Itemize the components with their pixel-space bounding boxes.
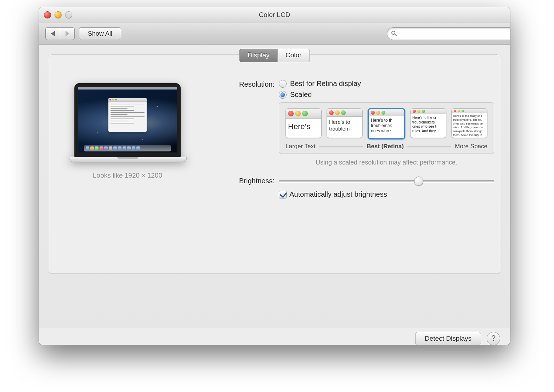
performance-note: Using a scaled resolution may affect per… bbox=[279, 159, 494, 166]
detect-displays-button[interactable]: Detect Displays bbox=[415, 332, 481, 345]
show-all-button[interactable]: Show All bbox=[79, 27, 121, 40]
display-preview: Looks like 1920 × 1200 bbox=[62, 76, 193, 201]
laptop-preview-image bbox=[69, 83, 186, 162]
slider-knob-icon bbox=[414, 177, 423, 186]
scale-labels: Larger Text Best (Retina) More Space bbox=[286, 143, 487, 150]
minimize-button[interactable] bbox=[55, 11, 62, 18]
tab-color[interactable]: Color bbox=[278, 49, 310, 62]
resolution-radio-scaled[interactable]: Scaled bbox=[279, 91, 494, 99]
scale-option-text: Here's to th troublemak ones who s bbox=[369, 116, 404, 136]
scale-option-2[interactable]: Here's to troublem bbox=[327, 108, 363, 138]
resolution-label: Resolution: bbox=[214, 80, 279, 88]
checkbox-label: Automatically adjust brightness bbox=[289, 190, 387, 198]
scale-label-mid: Best (Retina) bbox=[367, 143, 404, 150]
preview-caption: Looks like 1920 × 1200 bbox=[93, 172, 162, 179]
slider-track bbox=[279, 180, 494, 182]
svg-line-1 bbox=[395, 34, 396, 36]
close-button[interactable] bbox=[44, 11, 51, 18]
zoom-button[interactable] bbox=[65, 11, 72, 18]
scale-option-text: Here's to troublem bbox=[327, 117, 362, 134]
resolution-radio-best[interactable]: Best for Retina display bbox=[279, 80, 494, 88]
radio-indicator-icon bbox=[279, 80, 287, 88]
search-input[interactable] bbox=[387, 27, 510, 40]
forward-button[interactable] bbox=[60, 28, 74, 40]
scale-label-divider bbox=[407, 146, 451, 147]
tab-display[interactable]: Display bbox=[239, 49, 278, 62]
scale-thumbnails: Here's Here's to troublem bbox=[286, 108, 487, 139]
tab-group: Display Color bbox=[239, 49, 310, 62]
radio-indicator-icon bbox=[279, 91, 287, 99]
scaled-options-box: Here's Here's to troublem bbox=[279, 102, 494, 154]
preferences-window: Color LCD Show All bbox=[39, 7, 510, 345]
window-controls bbox=[44, 11, 72, 18]
back-arrow-icon bbox=[51, 31, 55, 36]
scale-option-text: Here's to the cr troublemakers. ones who… bbox=[411, 114, 446, 135]
brightness-label: Brightness: bbox=[214, 176, 279, 185]
scale-option-4[interactable]: Here's to the cr troublemakers. ones who… bbox=[410, 108, 446, 138]
resolution-row: Resolution: Best for Retina display Scal… bbox=[214, 80, 494, 166]
search-icon bbox=[391, 30, 397, 36]
scale-option-text: Here's to the crazy one troublemakers. T… bbox=[452, 113, 487, 138]
brightness-slider[interactable] bbox=[279, 177, 494, 185]
pane-body: Display Color bbox=[39, 45, 510, 328]
scale-option-1[interactable]: Here's bbox=[286, 108, 322, 138]
checkbox-indicator-icon bbox=[279, 191, 287, 198]
scale-label-left: Larger Text bbox=[286, 143, 316, 150]
radio-label: Best for Retina display bbox=[290, 80, 361, 88]
footer: Detect Displays ? bbox=[39, 328, 510, 345]
scale-option-text: Here's bbox=[286, 119, 321, 134]
forward-arrow-icon bbox=[66, 31, 69, 36]
titlebar: Color LCD bbox=[39, 7, 510, 23]
scale-label-divider bbox=[319, 146, 363, 147]
scale-label-right: More Space bbox=[455, 143, 487, 150]
nav-segmented-control bbox=[45, 27, 75, 40]
back-button[interactable] bbox=[46, 28, 60, 40]
toolbar: Show All bbox=[39, 23, 510, 45]
auto-brightness-checkbox[interactable]: Automatically adjust brightness bbox=[279, 190, 494, 198]
search-field-wrap bbox=[387, 27, 504, 39]
help-button[interactable]: ? bbox=[487, 332, 500, 345]
settings-column: Resolution: Best for Retina display Scal… bbox=[214, 76, 494, 201]
display-group: Looks like 1920 × 1200 Resolution: Best … bbox=[49, 54, 500, 274]
scale-option-5[interactable]: Here's to the crazy one troublemakers. T… bbox=[451, 108, 487, 138]
scale-option-3[interactable]: Here's to th troublemak ones who s bbox=[368, 108, 405, 139]
window-title: Color LCD bbox=[39, 7, 510, 23]
brightness-row: Brightness: Automatically adjust brightn… bbox=[214, 176, 494, 198]
radio-label: Scaled bbox=[290, 91, 312, 99]
